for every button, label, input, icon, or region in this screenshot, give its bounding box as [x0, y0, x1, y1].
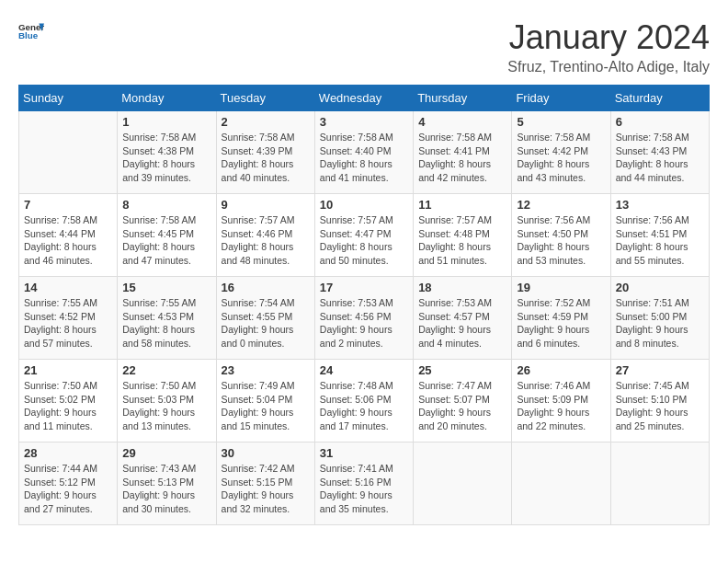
day-info: Sunrise: 7:58 AMSunset: 4:43 PMDaylight:… — [616, 131, 704, 185]
day-cell: 28Sunrise: 7:44 AMSunset: 5:12 PMDayligh… — [19, 442, 118, 525]
day-cell: 1Sunrise: 7:58 AMSunset: 4:38 PMDaylight… — [118, 111, 216, 194]
day-number: 4 — [418, 115, 506, 129]
day-cell: 9Sunrise: 7:57 AMSunset: 4:46 PMDaylight… — [216, 194, 314, 277]
day-info: Sunrise: 7:55 AMSunset: 4:52 PMDaylight:… — [24, 296, 112, 350]
day-number: 21 — [24, 363, 112, 377]
day-info: Sunrise: 7:53 AMSunset: 4:57 PMDaylight:… — [418, 296, 506, 350]
day-number: 13 — [616, 198, 704, 212]
day-number: 22 — [122, 363, 210, 377]
day-cell: 10Sunrise: 7:57 AMSunset: 4:47 PMDayligh… — [314, 194, 413, 277]
day-cell: 5Sunrise: 7:58 AMSunset: 4:42 PMDaylight… — [512, 111, 610, 194]
day-info: Sunrise: 7:57 AMSunset: 4:47 PMDaylight:… — [320, 213, 408, 268]
day-cell: 11Sunrise: 7:57 AMSunset: 4:48 PMDayligh… — [414, 194, 512, 277]
day-number: 23 — [222, 363, 310, 377]
day-number: 11 — [418, 198, 506, 212]
day-cell: 24Sunrise: 7:48 AMSunset: 5:06 PMDayligh… — [314, 360, 413, 442]
day-info: Sunrise: 7:42 AMSunset: 5:15 PMDaylight:… — [222, 462, 310, 516]
day-info: Sunrise: 7:58 AMSunset: 4:41 PMDaylight:… — [418, 131, 506, 185]
day-number: 16 — [222, 281, 310, 294]
day-number: 18 — [418, 281, 506, 294]
day-cell: 3Sunrise: 7:58 AMSunset: 4:40 PMDaylight… — [314, 111, 413, 194]
week-row-5: 28Sunrise: 7:44 AMSunset: 5:12 PMDayligh… — [19, 442, 710, 525]
day-cell: 30Sunrise: 7:42 AMSunset: 5:15 PMDayligh… — [216, 442, 314, 525]
day-cell — [610, 442, 709, 525]
day-info: Sunrise: 7:52 AMSunset: 4:59 PMDaylight:… — [517, 296, 605, 350]
day-info: Sunrise: 7:46 AMSunset: 5:09 PMDaylight:… — [517, 379, 605, 433]
day-number: 28 — [24, 446, 112, 460]
calendar: SundayMondayTuesdayWednesdayThursdayFrid… — [18, 85, 710, 525]
header: General Blue January 2024 Sfruz, Trentin… — [18, 18, 710, 75]
day-number: 3 — [320, 115, 408, 129]
day-number: 8 — [122, 198, 210, 212]
day-cell: 12Sunrise: 7:56 AMSunset: 4:50 PMDayligh… — [512, 194, 610, 277]
day-info: Sunrise: 7:58 AMSunset: 4:45 PMDaylight:… — [122, 213, 210, 268]
day-info: Sunrise: 7:53 AMSunset: 4:56 PMDaylight:… — [320, 296, 408, 350]
day-number: 31 — [320, 446, 408, 460]
day-number: 9 — [222, 198, 310, 212]
day-cell: 25Sunrise: 7:47 AMSunset: 5:07 PMDayligh… — [414, 360, 512, 442]
day-cell: 8Sunrise: 7:58 AMSunset: 4:45 PMDaylight… — [118, 194, 216, 277]
weekday-header-wednesday: Wednesday — [314, 86, 413, 111]
day-info: Sunrise: 7:49 AMSunset: 5:04 PMDaylight:… — [222, 379, 310, 433]
svg-text:Blue: Blue — [18, 30, 39, 40]
weekday-header-sunday: Sunday — [19, 86, 118, 111]
day-cell: 18Sunrise: 7:53 AMSunset: 4:57 PMDayligh… — [414, 277, 512, 360]
day-cell: 7Sunrise: 7:58 AMSunset: 4:44 PMDaylight… — [19, 194, 118, 277]
day-number: 17 — [320, 281, 408, 294]
day-info: Sunrise: 7:48 AMSunset: 5:06 PMDaylight:… — [320, 379, 408, 433]
day-cell: 4Sunrise: 7:58 AMSunset: 4:41 PMDaylight… — [414, 111, 512, 194]
week-row-4: 21Sunrise: 7:50 AMSunset: 5:02 PMDayligh… — [19, 360, 710, 442]
day-number: 27 — [616, 363, 704, 377]
day-cell: 20Sunrise: 7:51 AMSunset: 5:00 PMDayligh… — [610, 277, 709, 360]
day-number: 10 — [320, 198, 408, 212]
day-cell — [512, 442, 610, 525]
week-row-3: 14Sunrise: 7:55 AMSunset: 4:52 PMDayligh… — [19, 277, 710, 360]
day-cell: 21Sunrise: 7:50 AMSunset: 5:02 PMDayligh… — [19, 360, 118, 442]
day-cell — [19, 111, 118, 194]
day-cell: 6Sunrise: 7:58 AMSunset: 4:43 PMDaylight… — [610, 111, 709, 194]
month-title: January 2024 — [507, 18, 710, 57]
day-number: 12 — [517, 198, 605, 212]
day-info: Sunrise: 7:57 AMSunset: 4:48 PMDaylight:… — [418, 213, 506, 268]
week-row-2: 7Sunrise: 7:58 AMSunset: 4:44 PMDaylight… — [19, 194, 710, 277]
logo: General Blue — [18, 18, 44, 44]
day-cell: 19Sunrise: 7:52 AMSunset: 4:59 PMDayligh… — [512, 277, 610, 360]
day-info: Sunrise: 7:56 AMSunset: 4:51 PMDaylight:… — [616, 213, 704, 268]
day-number: 1 — [122, 115, 210, 129]
day-number: 14 — [24, 281, 112, 294]
day-cell: 14Sunrise: 7:55 AMSunset: 4:52 PMDayligh… — [19, 277, 118, 360]
day-cell: 27Sunrise: 7:45 AMSunset: 5:10 PMDayligh… — [610, 360, 709, 442]
day-info: Sunrise: 7:58 AMSunset: 4:39 PMDaylight:… — [222, 131, 310, 185]
day-number: 30 — [222, 446, 310, 460]
day-number: 25 — [418, 363, 506, 377]
weekday-header-tuesday: Tuesday — [216, 86, 314, 111]
logo-icon: General Blue — [18, 18, 44, 44]
day-cell: 26Sunrise: 7:46 AMSunset: 5:09 PMDayligh… — [512, 360, 610, 442]
day-info: Sunrise: 7:51 AMSunset: 5:00 PMDaylight:… — [616, 296, 704, 350]
day-cell: 16Sunrise: 7:54 AMSunset: 4:55 PMDayligh… — [216, 277, 314, 360]
day-number: 19 — [517, 281, 605, 294]
day-cell — [414, 442, 512, 525]
day-cell: 2Sunrise: 7:58 AMSunset: 4:39 PMDaylight… — [216, 111, 314, 194]
day-number: 2 — [222, 115, 310, 129]
day-cell: 22Sunrise: 7:50 AMSunset: 5:03 PMDayligh… — [118, 360, 216, 442]
day-info: Sunrise: 7:41 AMSunset: 5:16 PMDaylight:… — [320, 462, 408, 516]
day-info: Sunrise: 7:58 AMSunset: 4:42 PMDaylight:… — [517, 131, 605, 185]
day-info: Sunrise: 7:45 AMSunset: 5:10 PMDaylight:… — [616, 379, 704, 433]
weekday-header-friday: Friday — [512, 86, 610, 111]
day-number: 6 — [616, 115, 704, 129]
day-number: 15 — [122, 281, 210, 294]
weekday-header-monday: Monday — [118, 86, 216, 111]
day-info: Sunrise: 7:50 AMSunset: 5:03 PMDaylight:… — [122, 379, 210, 433]
day-info: Sunrise: 7:58 AMSunset: 4:38 PMDaylight:… — [122, 131, 210, 185]
title-area: January 2024 Sfruz, Trentino-Alto Adige,… — [507, 18, 710, 75]
day-number: 20 — [616, 281, 704, 294]
day-number: 26 — [517, 363, 605, 377]
day-number: 24 — [320, 363, 408, 377]
day-info: Sunrise: 7:56 AMSunset: 4:50 PMDaylight:… — [517, 213, 605, 268]
week-row-1: 1Sunrise: 7:58 AMSunset: 4:38 PMDaylight… — [19, 111, 710, 194]
day-info: Sunrise: 7:44 AMSunset: 5:12 PMDaylight:… — [24, 462, 112, 516]
day-info: Sunrise: 7:57 AMSunset: 4:46 PMDaylight:… — [222, 213, 310, 268]
day-info: Sunrise: 7:58 AMSunset: 4:44 PMDaylight:… — [24, 213, 112, 268]
weekday-header-thursday: Thursday — [414, 86, 512, 111]
